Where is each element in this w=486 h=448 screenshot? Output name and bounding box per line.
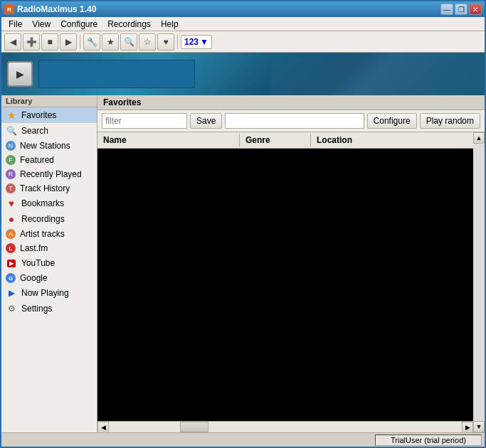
settings-button[interactable]: 🔧 <box>83 33 100 50</box>
menu-view[interactable]: View <box>28 18 55 31</box>
sidebar-label-artist-tracks: Artist tracks <box>20 229 65 239</box>
menu-configure[interactable]: Configure <box>56 18 102 31</box>
player-play-button[interactable]: ▶ <box>7 61 33 87</box>
scroll-track[interactable] <box>109 422 462 432</box>
player-area: ▶ <box>1 53 485 95</box>
search-toolbar-button[interactable]: 🔍 <box>120 33 137 50</box>
sidebar-item-settings[interactable]: ⚙ Settings <box>1 301 97 316</box>
counter-display: 123 ▼ <box>181 35 212 49</box>
save-button[interactable]: Save <box>190 113 222 129</box>
status-bar: TrialUser (trial period) <box>1 432 485 447</box>
vertical-scrollbar[interactable]: ▲ ▼ <box>473 132 485 432</box>
stop-button[interactable]: ■ <box>41 33 58 50</box>
sidebar-item-recordings[interactable]: ● Recordings <box>1 211 97 227</box>
recordings-icon: ● <box>6 213 17 225</box>
col-header-name: Name <box>97 134 240 146</box>
sidebar-item-now-playing[interactable]: ▶ Now Playing <box>1 285 97 301</box>
menu-bar: File View Configure Recordings Help <box>1 17 485 31</box>
toolbar: ◀ ➕ ■ ▶ 🔧 ★ 🔍 ☆ ♥ 123 ▼ <box>1 31 485 53</box>
bookmarks-icon: ♥ <box>6 198 17 209</box>
search-field[interactable] <box>225 113 364 129</box>
counter-value: 123 <box>184 37 199 47</box>
featured-icon: F <box>6 155 16 165</box>
scroll-down-arrow[interactable]: ▼ <box>473 421 485 432</box>
now-playing-icon: ▶ <box>6 287 17 299</box>
menu-file[interactable]: File <box>4 18 26 31</box>
recently-played-icon: R <box>6 169 16 179</box>
horizontal-scrollbar[interactable]: ◀ ▶ <box>97 421 473 432</box>
sidebar-item-recently-played[interactable]: R Recently Played <box>1 167 97 181</box>
close-button[interactable]: ✕ <box>469 4 482 15</box>
status-text: TrialUser (trial period) <box>375 434 482 446</box>
artist-tracks-icon: A <box>6 229 16 239</box>
track-history-icon: T <box>6 183 16 193</box>
col-header-location: Location <box>311 134 473 146</box>
scroll-left-arrow[interactable]: ◀ <box>97 422 109 433</box>
sidebar-section-header: Library <box>1 95 97 107</box>
menu-recordings[interactable]: Recordings <box>103 18 155 31</box>
sidebar-item-bookmarks[interactable]: ♥ Bookmarks <box>1 196 97 211</box>
configure-button[interactable]: Configure <box>367 113 417 129</box>
sidebar-label-new-stations: New Stations <box>20 141 70 151</box>
player-wave-decoration <box>271 53 485 95</box>
sidebar-label-google: Google <box>20 273 48 283</box>
panel-header: Favorites <box>97 95 485 110</box>
side-scroll-track[interactable] <box>473 144 485 421</box>
counter-dropdown-icon[interactable]: ▼ <box>200 37 208 47</box>
lastfm-icon: L <box>6 243 16 253</box>
sidebar-label-featured: Featured <box>20 155 54 165</box>
app-icon-letter: R <box>7 6 11 13</box>
youtube-icon: ▶ <box>6 257 17 269</box>
sidebar-item-lastfm[interactable]: L Last.fm <box>1 241 97 255</box>
add-button[interactable]: ➕ <box>23 33 40 50</box>
sidebar-label-lastfm: Last.fm <box>20 243 48 253</box>
star-icon: ★ <box>6 110 17 121</box>
sidebar-label-recently-played: Recently Played <box>20 169 82 179</box>
table-header: Name Genre Location <box>97 132 473 149</box>
scroll-right-arrow[interactable]: ▶ <box>462 422 473 433</box>
search-icon: 🔍 <box>6 125 17 137</box>
sidebar-item-favorites[interactable]: ★ Favorites <box>1 107 97 123</box>
favorites-button[interactable]: ★ <box>102 33 119 50</box>
toolbar-separator-2 <box>177 35 178 49</box>
google-icon: G <box>6 273 16 283</box>
scroll-thumb[interactable] <box>180 422 208 432</box>
content-area: Name Genre Location ◀ ▶ <box>97 132 485 432</box>
title-bar-left: R RadioMaximus 1.40 <box>4 4 96 14</box>
sidebar-item-search[interactable]: 🔍 Search <box>1 123 97 139</box>
sidebar-label-now-playing: Now Playing <box>21 288 69 298</box>
sidebar-item-featured[interactable]: F Featured <box>1 153 97 167</box>
sidebar-label-track-history: Track History <box>20 183 70 193</box>
play-button[interactable]: ▶ <box>60 33 77 50</box>
toolbar-separator-1 <box>80 35 80 49</box>
restore-button[interactable]: ❐ <box>455 4 467 15</box>
sidebar: Library ★ Favorites 🔍 Search N New Stati… <box>1 95 97 432</box>
like-button[interactable]: ♥ <box>157 33 174 50</box>
back-button[interactable]: ◀ <box>4 33 21 50</box>
content-wrapper: Library ★ Favorites 🔍 Search N New Stati… <box>1 95 485 432</box>
sidebar-label-recordings: Recordings <box>21 214 65 224</box>
settings-icon: ⚙ <box>6 303 17 314</box>
sidebar-label-settings: Settings <box>21 304 52 314</box>
sidebar-item-artist-tracks[interactable]: A Artist tracks <box>1 227 97 241</box>
sidebar-item-track-history[interactable]: T Track History <box>1 181 97 196</box>
play-random-button[interactable]: Play random <box>420 113 480 129</box>
title-bar: R RadioMaximus 1.40 — ❐ ✕ <box>1 1 485 17</box>
sidebar-item-youtube[interactable]: ▶ YouTube <box>1 255 97 271</box>
sidebar-label-search: Search <box>21 126 48 136</box>
filter-bar: Save Configure Play random <box>97 110 485 132</box>
sidebar-item-new-stations[interactable]: N New Stations <box>1 139 97 153</box>
sidebar-item-google[interactable]: G Google <box>1 271 97 285</box>
filter-input[interactable] <box>102 113 187 129</box>
window-title: RadioMaximus 1.40 <box>17 4 96 14</box>
col-header-genre: Genre <box>240 134 311 146</box>
app-icon: R <box>4 4 14 14</box>
sidebar-label-favorites: Favorites <box>21 110 56 120</box>
table-body[interactable] <box>97 149 473 421</box>
minimize-button[interactable]: — <box>440 4 453 15</box>
menu-help[interactable]: Help <box>157 18 183 31</box>
new-stations-icon: N <box>6 141 16 151</box>
scroll-up-arrow[interactable]: ▲ <box>473 132 485 144</box>
sidebar-label-youtube: YouTube <box>21 258 55 268</box>
bookmark-button[interactable]: ☆ <box>139 33 156 50</box>
